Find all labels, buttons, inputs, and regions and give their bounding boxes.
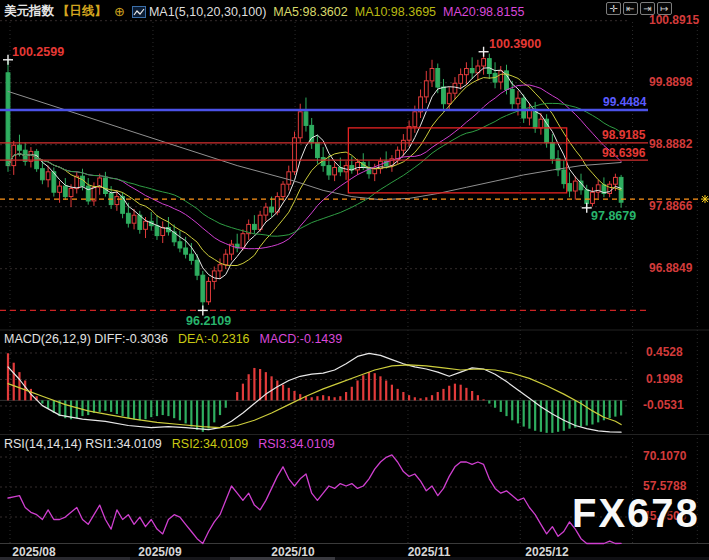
fx678-watermark: FX678 <box>572 492 700 534</box>
macd-hist-value: MACD:-0.1439 <box>260 332 343 346</box>
interval-label: 【日线】 <box>57 3 107 20</box>
rsi2-value: RSI2:34.0109 <box>172 437 248 451</box>
ma20-value: MA20:98.8155 <box>443 5 524 19</box>
rsi3-value: RSI3:34.0109 <box>258 437 334 451</box>
macd-tick: 0.4528 <box>646 346 683 359</box>
macd-params: MACD(26,12,9) DIFF:-0.3036 <box>4 332 168 346</box>
symbol-name: 美元指数 <box>4 3 54 20</box>
rsi-params: RSI(14,14,14) RSI1:34.0109 <box>4 437 162 451</box>
rsi-tick: 70.1070 <box>643 450 686 463</box>
macd-header: MACD(26,12,9) DIFF:-0.3036 DEA:-0.2316 M… <box>4 332 342 346</box>
rsi-header: RSI(14,14,14) RSI1:34.0109 RSI2:34.0109 … <box>4 437 335 451</box>
price-tick: 96.8849 <box>649 262 692 275</box>
price-tick: 99.8898 <box>649 76 692 89</box>
ma-group-label: MA1(5,10,20,30,100) <box>149 5 266 19</box>
crosshair-icon[interactable]: ✛ <box>606 2 621 15</box>
level-label-red2: 98.6396 <box>602 147 645 160</box>
kline-chart-app: 美元指数 【日线】 ⊕ MA1(5,10,20,30,100) MA5:98.3… <box>0 0 709 560</box>
macd-tick: 0.1998 <box>646 373 683 386</box>
kline-icon[interactable] <box>132 6 146 18</box>
macd-dea-value: DEA:-0.2316 <box>178 332 250 346</box>
price-tick: 98.8882 <box>649 138 692 151</box>
level-label-red1: 98.9185 <box>602 129 645 142</box>
annotation-low-main: 96.2109 <box>186 315 231 328</box>
expand-icon[interactable]: ⊕ <box>114 4 125 19</box>
annotation-high-left: 100.2599 <box>12 46 64 59</box>
ma10-value: MA10:98.3695 <box>355 5 436 19</box>
ma5-value: MA5:98.3602 <box>273 5 347 19</box>
level-label-blue: 99.4484 <box>603 96 646 109</box>
annotation-low-recent: 97.8679 <box>591 210 636 223</box>
price-tick: 100.8915 <box>649 14 699 27</box>
annotation-high-right: 100.3900 <box>489 38 541 51</box>
macd-tick: -0.0531 <box>643 399 684 412</box>
zoom-out-icon[interactable]: ⇤ <box>623 2 638 15</box>
chart-header: 美元指数 【日线】 ⊕ MA1(5,10,20,30,100) MA5:98.3… <box>4 3 524 20</box>
price-tick: 97.8866 <box>649 200 692 213</box>
chart-canvas[interactable] <box>0 0 709 560</box>
